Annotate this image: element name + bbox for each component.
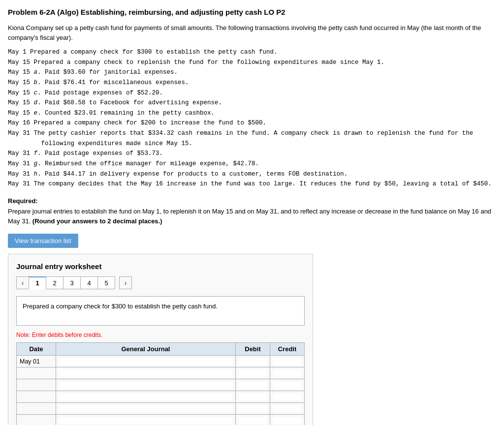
journal-entry-cell[interactable] bbox=[56, 403, 236, 415]
credit-input-5[interactable] bbox=[273, 405, 301, 412]
date-header: Date bbox=[17, 343, 56, 356]
transaction-line: May 15 c. Paid postage expenses of $52.2… bbox=[8, 88, 496, 98]
debit-input-2[interactable] bbox=[239, 370, 267, 377]
transaction-line: May 16 Prepared a company check for $200… bbox=[8, 118, 496, 128]
worksheet-container: Journal entry worksheet ‹ 1 2 3 4 5 › Pr… bbox=[8, 254, 313, 425]
journal-entry-input-3[interactable] bbox=[59, 382, 232, 389]
credit-input-3[interactable] bbox=[273, 382, 301, 389]
debit-cell[interactable] bbox=[236, 403, 270, 415]
credit-input-6[interactable] bbox=[273, 417, 301, 424]
debit-credit-note: Note: Enter debits before credits. bbox=[16, 332, 305, 338]
tab-navigation: ‹ 1 2 3 4 5 › bbox=[16, 276, 305, 289]
transaction-line: May 31 The petty cashier reports that $3… bbox=[8, 128, 496, 139]
debit-cell[interactable] bbox=[236, 367, 270, 379]
debit-cell[interactable] bbox=[236, 379, 270, 391]
journal-entry-input-2[interactable] bbox=[59, 370, 232, 377]
page-title: Problem 6-2A (Algo) Establishing, reimbu… bbox=[8, 8, 496, 16]
journal-entry-cell[interactable] bbox=[56, 415, 236, 425]
credit-cell[interactable] bbox=[270, 367, 305, 379]
credit-cell[interactable] bbox=[270, 391, 305, 403]
journal-entry-input-1[interactable] bbox=[59, 358, 232, 365]
journal-entry-input-6[interactable] bbox=[59, 417, 232, 424]
tab-2[interactable]: 2 bbox=[46, 276, 63, 289]
debit-input-4[interactable] bbox=[239, 394, 267, 400]
journal-entry-input-4[interactable] bbox=[59, 394, 232, 400]
debit-input-5[interactable] bbox=[239, 405, 267, 412]
credit-input-1[interactable] bbox=[273, 358, 301, 365]
transaction-line: May 15 e. Counted $23.01 remaining in th… bbox=[8, 108, 496, 119]
journal-entry-cell[interactable] bbox=[56, 356, 236, 367]
journal-entry-cell[interactable] bbox=[56, 391, 236, 403]
debit-header: Debit bbox=[236, 343, 270, 356]
tab-5[interactable]: 5 bbox=[97, 276, 115, 289]
date-cell: May 01 bbox=[17, 356, 56, 367]
transaction-line: May 1 Prepared a company check for $300 … bbox=[8, 47, 496, 58]
debit-input-3[interactable] bbox=[239, 382, 267, 389]
credit-cell[interactable] bbox=[270, 356, 305, 367]
transaction-line: May 15 Prepared a company check to reple… bbox=[8, 58, 496, 68]
transaction-description: Prepared a company check for $300 to est… bbox=[16, 296, 305, 326]
journal-entry-cell[interactable] bbox=[56, 367, 236, 379]
transactions-list: May 1 Prepared a company check for $300 … bbox=[8, 47, 496, 189]
tab-3[interactable]: 3 bbox=[63, 276, 81, 289]
date-cell bbox=[17, 391, 56, 403]
required-note: (Round your answers to 2 decimal places.… bbox=[32, 217, 162, 225]
required-section: Required: Prepare journal entries to est… bbox=[8, 196, 496, 227]
debit-input-1[interactable] bbox=[239, 358, 267, 365]
table-row bbox=[17, 415, 305, 425]
tab-next-button[interactable]: › bbox=[119, 276, 132, 289]
debit-input-6[interactable] bbox=[239, 417, 267, 424]
credit-cell[interactable] bbox=[270, 403, 305, 415]
transaction-line: May 31 The company decides that the May … bbox=[8, 179, 496, 189]
credit-cell[interactable] bbox=[270, 415, 305, 425]
table-row bbox=[17, 391, 305, 403]
intro-paragraph: Kiona Company set up a petty cash fund f… bbox=[8, 23, 496, 42]
table-row bbox=[17, 403, 305, 415]
credit-cell[interactable] bbox=[270, 379, 305, 391]
view-transaction-button[interactable]: View transaction list bbox=[8, 234, 78, 248]
tab-1[interactable]: 1 bbox=[29, 276, 46, 289]
credit-input-4[interactable] bbox=[273, 394, 301, 400]
date-cell bbox=[17, 379, 56, 391]
transaction-line: May 31 h. Paid $44.17 in delivery expens… bbox=[8, 169, 496, 180]
required-label: Required: bbox=[8, 197, 38, 205]
transaction-line: May 31 f. Paid postage expenses of $53.7… bbox=[8, 149, 496, 159]
date-cell bbox=[17, 367, 56, 379]
tab-4[interactable]: 4 bbox=[80, 276, 98, 289]
credit-input-2[interactable] bbox=[273, 370, 301, 377]
table-row bbox=[17, 367, 305, 379]
date-cell bbox=[17, 415, 56, 425]
table-row: May 01 bbox=[17, 356, 305, 367]
debit-cell[interactable] bbox=[236, 391, 270, 403]
date-cell bbox=[17, 403, 56, 415]
debit-cell[interactable] bbox=[236, 415, 270, 425]
journal-entry-cell[interactable] bbox=[56, 379, 236, 391]
transaction-line: May 15 d. Paid $68.58 to Facebook for ad… bbox=[8, 98, 496, 108]
transaction-line: May 31 g. Reimbursed the office manager … bbox=[8, 159, 496, 169]
transaction-line: May 15 a. Paid $93.60 for janitorial exp… bbox=[8, 67, 496, 78]
tab-prev-button[interactable]: ‹ bbox=[16, 276, 29, 289]
worksheet-title: Journal entry worksheet bbox=[16, 262, 305, 271]
journal-table: Date General Journal Debit Credit May 01 bbox=[16, 342, 305, 425]
transaction-line: May 15 b. Paid $76.41 for miscellaneous … bbox=[8, 78, 496, 88]
debit-cell[interactable] bbox=[236, 356, 270, 367]
credit-header: Credit bbox=[270, 343, 305, 356]
general-journal-header: General Journal bbox=[56, 343, 236, 356]
table-row bbox=[17, 379, 305, 391]
journal-entry-input-5[interactable] bbox=[59, 405, 232, 412]
transaction-line: following expenditures made since May 15… bbox=[8, 139, 496, 149]
